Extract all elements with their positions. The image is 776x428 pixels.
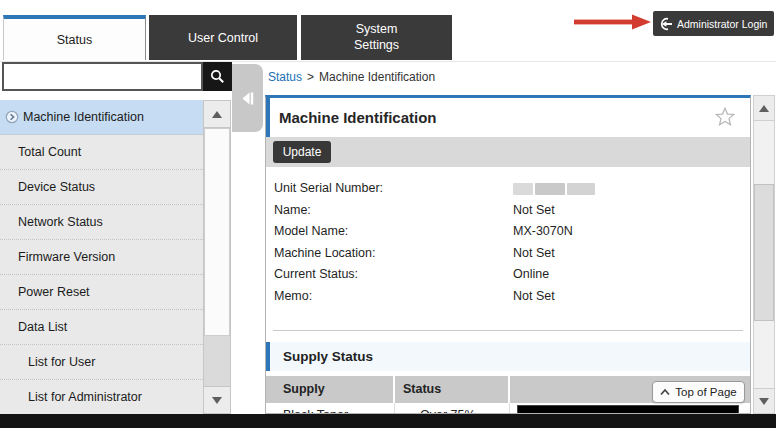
sidebar-item-label: Network Status (18, 215, 103, 229)
breadcrumb-status-link[interactable]: Status (268, 70, 302, 84)
sidebar-item-data-list[interactable]: Data List (0, 310, 203, 345)
sidebar-item-list-for-administrator[interactable]: List for Administrator (0, 380, 203, 415)
identification-fields: Unit Serial Number: Name: Not Set Model … (266, 178, 750, 307)
field-value: Not Set (513, 243, 555, 265)
supply-name: Black Toner (266, 403, 395, 414)
field-label: Memo: (266, 289, 312, 303)
field-memo: Memo: Not Set (266, 286, 750, 308)
section-divider (273, 330, 743, 331)
sidebar-item-device-status[interactable]: Device Status (0, 170, 203, 205)
black-toner-level-bar (517, 405, 739, 414)
sidebar-item-machine-identification[interactable]: Machine Identification (0, 100, 203, 135)
field-value: Not Set (513, 200, 555, 222)
sidebar-item-network-status[interactable]: Network Status (0, 205, 203, 240)
update-button[interactable]: Update (273, 141, 331, 163)
top-of-page-label: Top of Page (675, 386, 736, 398)
field-value: MX-3070N (513, 221, 573, 243)
tab-status[interactable]: Status (3, 15, 146, 60)
sidebar-item-label: Total Count (18, 145, 81, 159)
sidebar-item-label: Data List (18, 320, 67, 334)
column-status: Status (395, 376, 510, 403)
sidebar-item-label: List for User (28, 355, 95, 369)
tab-user-control[interactable]: User Control (149, 15, 297, 60)
sidebar-item-power-reset[interactable]: Power Reset (0, 275, 203, 310)
sidebar-scroll-down-button[interactable] (204, 386, 230, 413)
page-title: Machine Identification (270, 98, 750, 137)
field-label: Machine Location: (266, 246, 375, 260)
machine-identification-panel: Machine Identification Update Unit Seria… (265, 95, 751, 414)
field-model-name: Model Name: MX-3070N (266, 221, 750, 243)
supply-status-title: Supply Status (270, 342, 750, 371)
field-label: Current Status: (266, 267, 358, 281)
page-scroll-down-button[interactable] (754, 388, 774, 413)
column-supply-information: Supply Information (266, 376, 395, 403)
breadcrumb: Status>Machine Identification (268, 70, 435, 84)
chevron-up-icon (660, 388, 670, 396)
field-machine-location: Machine Location: Not Set (266, 243, 750, 265)
sidebar-item-list-for-user[interactable]: List for User (0, 345, 203, 380)
supply-status-value: Over 75% (395, 403, 510, 414)
sidebar-item-label: List for Administrator (28, 390, 142, 404)
search-button[interactable] (203, 62, 232, 91)
login-icon (659, 17, 673, 31)
scroll-down-icon (212, 397, 222, 404)
sidebar-search-input[interactable] (2, 62, 203, 91)
scroll-up-icon (212, 111, 222, 118)
sidebar-item-label: Device Status (18, 180, 95, 194)
administrator-login-label: Administrator Login (677, 18, 767, 30)
sidebar-scrollbar-thumb[interactable] (204, 128, 230, 336)
tab-system-settings[interactable]: System Settings (301, 15, 452, 60)
field-current-status: Current Status: Online (266, 264, 750, 286)
annotation-red-arrow-icon (574, 14, 652, 34)
chevron-right-circle-icon (5, 110, 19, 127)
supply-status-section-header: Supply Status (266, 342, 750, 371)
breadcrumb-current: Machine Identification (319, 70, 435, 84)
collapse-left-icon (240, 91, 255, 106)
panel-toolbar: Update (266, 137, 750, 167)
sidebar-item-label: Power Reset (18, 285, 90, 299)
sidebar-item-label: Machine Identification (23, 110, 144, 124)
field-unit-serial-number: Unit Serial Number: (266, 178, 750, 200)
field-label: Model Name: (266, 224, 348, 238)
field-label: Unit Serial Number: (266, 181, 383, 195)
field-label: Name: (266, 203, 311, 217)
sidebar-item-label: Firmware Version (18, 250, 115, 264)
favorite-star-icon[interactable] (714, 106, 736, 132)
field-name: Name: Not Set (266, 200, 750, 222)
page-scrollbar-thumb[interactable] (754, 184, 774, 321)
sidebar-item-firmware-version[interactable]: Firmware Version (0, 240, 203, 275)
bottom-taskbar (0, 414, 776, 428)
tab-system-settings-label: System Settings (345, 22, 409, 53)
field-value: Not Set (513, 286, 555, 308)
table-row-black-toner: Black Toner Over 75% (266, 403, 750, 414)
breadcrumb-separator: > (307, 70, 314, 84)
scroll-down-icon (759, 398, 769, 405)
sidebar-collapse-handle[interactable] (232, 64, 263, 132)
redacted-serial-number (513, 183, 595, 195)
top-of-page-button[interactable]: Top of Page (652, 381, 745, 403)
sidebar-scrollbar[interactable] (203, 100, 231, 414)
administrator-login-button[interactable]: Administrator Login (653, 11, 774, 36)
tab-user-control-label: User Control (188, 31, 258, 45)
sidebar-scroll-up-button[interactable] (204, 101, 230, 128)
page-scrollbar[interactable] (753, 95, 775, 414)
sidebar-nav: Machine Identification Total Count Devic… (0, 100, 203, 415)
page-scroll-up-button[interactable] (754, 96, 774, 121)
panel-title-row: Machine Identification (266, 98, 750, 137)
scroll-up-icon (759, 105, 769, 112)
sidebar-item-total-count[interactable]: Total Count (0, 135, 203, 170)
device-webui-screen: Status User Control System Settings Admi… (0, 0, 776, 428)
field-value: Online (513, 264, 549, 286)
search-icon (209, 68, 226, 85)
tab-status-label: Status (57, 33, 92, 47)
